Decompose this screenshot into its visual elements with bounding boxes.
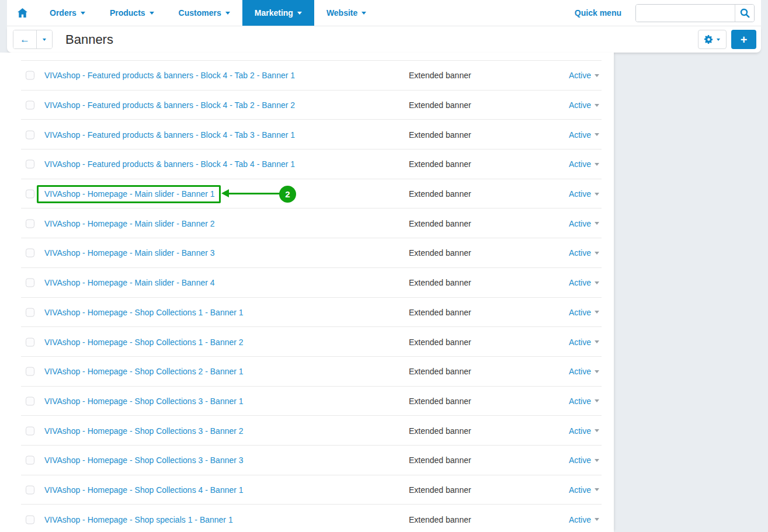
banner-name-link[interactable]: VIVAshop - Homepage - Main slider - Bann…: [44, 248, 215, 258]
top-navbar: OrdersProductsCustomersMarketingWebsite …: [7, 0, 761, 26]
row-checkbox[interactable]: [26, 130, 34, 139]
chevron-down-icon: [595, 133, 599, 136]
status-label: Active: [569, 278, 591, 287]
status-dropdown[interactable]: Active: [569, 71, 599, 80]
chevron-down-icon: [150, 12, 154, 15]
banner-type: Extended banner: [409, 219, 471, 228]
header-actions: +: [698, 30, 761, 49]
table-row: VIVAshop - Featured products & banners -…: [0, 91, 614, 120]
row-checkbox[interactable]: [26, 190, 34, 199]
chevron-down-icon: [595, 104, 599, 107]
banner-name-link[interactable]: VIVAshop - Homepage - Shop Collections 3…: [44, 426, 244, 436]
status-dropdown[interactable]: Active: [569, 426, 599, 436]
row-checkbox[interactable]: [26, 515, 34, 524]
banner-name-link[interactable]: VIVAshop - Homepage - Shop Collections 3…: [44, 397, 244, 406]
banner-type: Extended banner: [409, 71, 471, 80]
banner-name-link[interactable]: VIVAshop - Featured products & banners -…: [44, 130, 295, 140]
status-dropdown[interactable]: Active: [569, 515, 599, 524]
banner-type: Extended banner: [409, 426, 471, 436]
banner-type: Extended banner: [409, 455, 471, 465]
row-checkbox[interactable]: [26, 279, 34, 287]
back-button[interactable]: ←: [13, 30, 36, 48]
status-dropdown[interactable]: Active: [569, 308, 599, 317]
row-checkbox[interactable]: [26, 249, 34, 258]
row-checkbox[interactable]: [26, 485, 34, 494]
status-label: Active: [569, 189, 591, 199]
banner-name-link[interactable]: VIVAshop - Featured products & banners -…: [44, 159, 295, 169]
nav-item-customers[interactable]: Customers: [166, 0, 242, 26]
chevron-down-icon: [81, 12, 85, 15]
row-checkbox[interactable]: [26, 456, 34, 465]
row-checkbox[interactable]: [26, 308, 34, 317]
banner-type: Extended banner: [409, 308, 471, 317]
row-checkbox[interactable]: [26, 426, 34, 435]
chevron-down-icon: [362, 12, 366, 15]
search-icon: [740, 8, 750, 18]
banner-name-link[interactable]: VIVAshop - Homepage - Shop specials 1 - …: [44, 515, 233, 524]
status-dropdown[interactable]: Active: [569, 278, 599, 287]
chevron-down-icon: [595, 399, 599, 402]
nav-item-marketing[interactable]: Marketing: [242, 0, 314, 26]
status-dropdown[interactable]: Active: [569, 485, 599, 495]
nav-item-label: Customers: [179, 8, 221, 18]
banner-name-link[interactable]: VIVAshop - Featured products & banners -…: [44, 71, 295, 80]
home-icon: [18, 8, 27, 18]
gear-icon: [704, 35, 713, 44]
status-dropdown[interactable]: Active: [569, 338, 599, 347]
banner-name-link[interactable]: VIVAshop - Homepage - Main slider - Bann…: [44, 278, 215, 287]
status-dropdown[interactable]: Active: [569, 130, 599, 140]
banner-name-link[interactable]: VIVAshop - Homepage - Shop Collections 2…: [44, 367, 244, 376]
table-row: VIVAshop - Homepage - Shop Collections 3…: [0, 446, 614, 475]
status-dropdown[interactable]: Active: [569, 455, 599, 465]
banner-name-link[interactable]: VIVAshop - Homepage - Main slider - Bann…: [44, 189, 215, 199]
row-checkbox[interactable]: [26, 338, 34, 346]
banner-name-link[interactable]: VIVAshop - Homepage - Shop Collections 3…: [44, 455, 244, 465]
status-label: Active: [569, 71, 591, 80]
home-button[interactable]: [7, 0, 37, 26]
chevron-down-icon: [717, 39, 720, 41]
banner-name-link[interactable]: VIVAshop - Featured products & banners -…: [44, 100, 295, 110]
chevron-down-icon: [595, 193, 599, 196]
page-header: ← Banners +: [7, 26, 761, 53]
status-dropdown[interactable]: Active: [569, 159, 599, 169]
search-button[interactable]: [735, 5, 754, 22]
chevron-down-icon: [595, 370, 599, 373]
row-checkbox[interactable]: [26, 397, 34, 405]
banner-name-link[interactable]: VIVAshop - Homepage - Main slider - Bann…: [44, 219, 215, 228]
page-title: Banners: [65, 32, 113, 47]
nav-item-orders[interactable]: Orders: [37, 0, 98, 26]
back-dropdown-button[interactable]: [36, 30, 52, 48]
status-dropdown[interactable]: Active: [569, 219, 599, 228]
row-checkbox[interactable]: [26, 219, 34, 228]
banner-type: Extended banner: [409, 248, 471, 258]
search-input[interactable]: [636, 5, 735, 22]
nav-item-label: Products: [110, 8, 145, 18]
status-dropdown[interactable]: Active: [569, 397, 599, 406]
banners-table: VIVAshop - Featured products & banners -…: [0, 53, 614, 532]
nav-item-products[interactable]: Products: [98, 0, 166, 26]
nav-item-website[interactable]: Website: [314, 0, 378, 26]
table-row: VIVAshop - Featured products & banners -…: [0, 120, 614, 149]
chevron-down-icon: [595, 488, 599, 491]
status-dropdown[interactable]: Active: [569, 248, 599, 258]
row-checkbox[interactable]: [26, 160, 34, 169]
settings-button[interactable]: [698, 30, 727, 49]
status-dropdown[interactable]: Active: [569, 367, 599, 376]
chevron-down-icon: [595, 281, 599, 284]
table-row: VIVAshop - Homepage - Main slider - Bann…: [0, 208, 614, 238]
main-menu: OrdersProductsCustomersMarketingWebsite: [7, 0, 378, 26]
add-banner-button[interactable]: +: [731, 30, 756, 49]
banner-type: Extended banner: [409, 159, 471, 169]
status-dropdown[interactable]: Active: [569, 189, 599, 199]
row-checkbox[interactable]: [26, 71, 34, 80]
banner-name-link[interactable]: VIVAshop - Homepage - Shop Collections 1…: [44, 338, 244, 347]
quick-menu-link[interactable]: Quick menu: [575, 8, 621, 18]
row-checkbox[interactable]: [26, 367, 34, 376]
banner-name-link[interactable]: VIVAshop - Homepage - Shop Collections 1…: [44, 308, 244, 317]
banner-name-link[interactable]: VIVAshop - Homepage - Shop Collections 4…: [44, 485, 244, 495]
status-dropdown[interactable]: Active: [569, 100, 599, 110]
chevron-down-icon: [297, 12, 302, 15]
row-checkbox[interactable]: [26, 101, 34, 110]
table-row: VIVAshop - Homepage - Shop Collections 3…: [0, 416, 614, 446]
status-label: Active: [569, 248, 591, 258]
